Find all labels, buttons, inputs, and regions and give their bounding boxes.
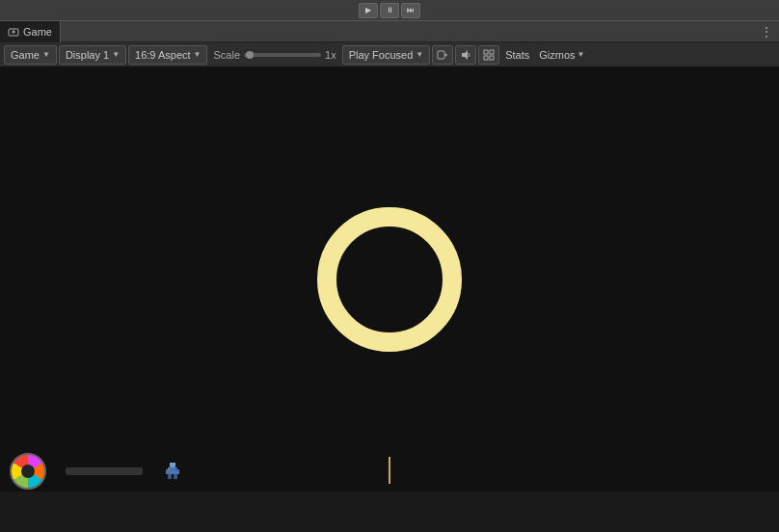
game-view [0,67,779,492]
game-cursor [389,457,390,484]
grid-icon [483,49,495,61]
svg-rect-14 [168,474,172,479]
display-dropdown-label: Display 1 [66,49,109,61]
grid-button[interactable] [478,45,499,65]
tab-game-label: Game [23,26,52,38]
scale-slider[interactable] [244,53,321,57]
pause-button[interactable]: ⏸ [380,3,399,18]
svg-rect-6 [484,50,488,54]
pixel-char-svg [162,461,183,482]
record-icon [437,49,448,61]
svg-marker-5 [462,50,468,60]
svg-rect-16 [171,464,172,465]
game-tab-icon [8,26,19,38]
pixel-character [162,461,183,482]
health-bar-background [66,467,143,475]
play-focused-dropdown[interactable]: Play Focused ▼ [342,45,431,65]
scale-thumb [246,51,254,59]
game-dropdown-label: Game [11,49,40,61]
stats-button[interactable]: Stats [501,45,533,65]
hud-circle-sprite [10,453,46,490]
tab-more-button[interactable]: ⋮ [754,24,779,40]
tab-bar: Game ⋮ [0,21,779,42]
svg-rect-18 [168,468,170,470]
toolbar: Game ▼ Display 1 ▼ 16:9 Aspect ▼ Scale 1… [0,42,779,67]
play-button[interactable]: ▶ [359,3,378,18]
aspect-dropdown-label: 16:9 Aspect [135,49,191,61]
record-button[interactable] [432,45,453,65]
svg-rect-7 [490,50,494,54]
svg-rect-17 [174,464,175,465]
game-dropdown-arrow: ▼ [42,50,50,59]
gizmos-button[interactable]: Gizmos ▼ [535,45,588,65]
step-button[interactable]: ⏭ [401,3,420,18]
play-focused-label: Play Focused [349,49,414,61]
scale-value: 1x [325,49,336,61]
play-focused-arrow: ▼ [416,50,423,59]
transport-bar: ▶ ⏸ ⏭ [0,0,779,21]
svg-rect-19 [175,468,177,470]
svg-rect-10 [170,463,175,467]
svg-rect-3 [438,51,444,59]
audio-icon [460,49,471,61]
game-dropdown[interactable]: Game ▼ [4,45,57,65]
display-dropdown[interactable]: Display 1 ▼ [59,45,126,65]
tab-game[interactable]: Game [0,21,61,42]
hud-health-bar [66,467,143,475]
scale-container: Scale 1x [209,49,339,61]
display-dropdown-arrow: ▼ [112,50,120,59]
svg-marker-4 [445,53,447,57]
aspect-dropdown[interactable]: 16:9 Aspect ▼ [128,45,207,65]
scale-label: Scale [213,49,240,61]
aspect-dropdown-arrow: ▼ [194,50,201,59]
ring-object [317,207,462,352]
svg-rect-15 [174,474,177,479]
gizmos-arrow: ▼ [578,50,585,59]
audio-button[interactable] [455,45,476,65]
svg-rect-9 [490,56,494,60]
svg-rect-8 [484,56,488,60]
